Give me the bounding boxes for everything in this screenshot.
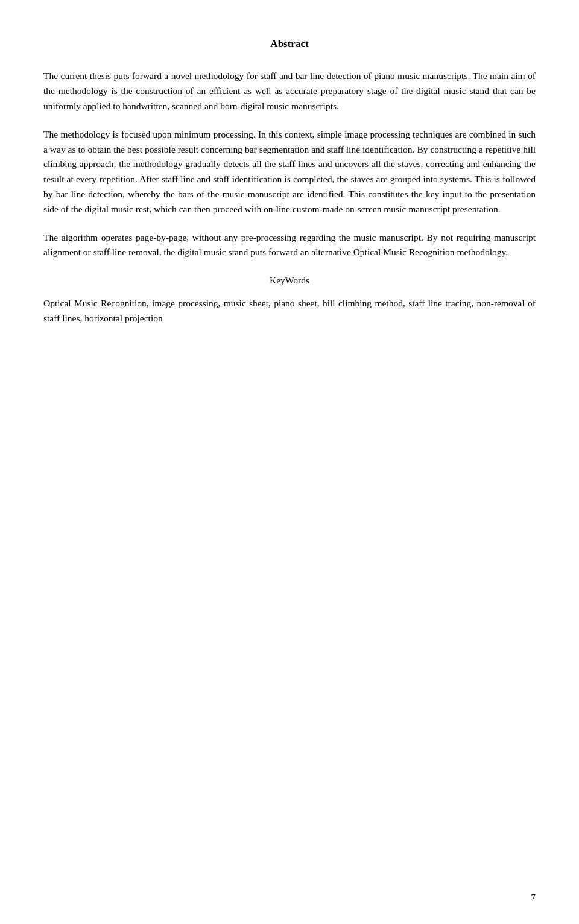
paragraph-2: The methodology is focused upon minimum … (43, 127, 536, 217)
keywords-content: Optical Music Recognition, image process… (43, 296, 536, 326)
paragraph-1: The current thesis puts forward a novel … (43, 69, 536, 113)
paragraph-3: The algorithm operates page-by-page, wit… (43, 230, 536, 261)
page-number: 7 (531, 891, 536, 905)
keywords-heading: KeyWords (43, 273, 536, 288)
abstract-title: Abstract (43, 36, 536, 52)
page: Abstract The current thesis puts forward… (0, 0, 579, 924)
